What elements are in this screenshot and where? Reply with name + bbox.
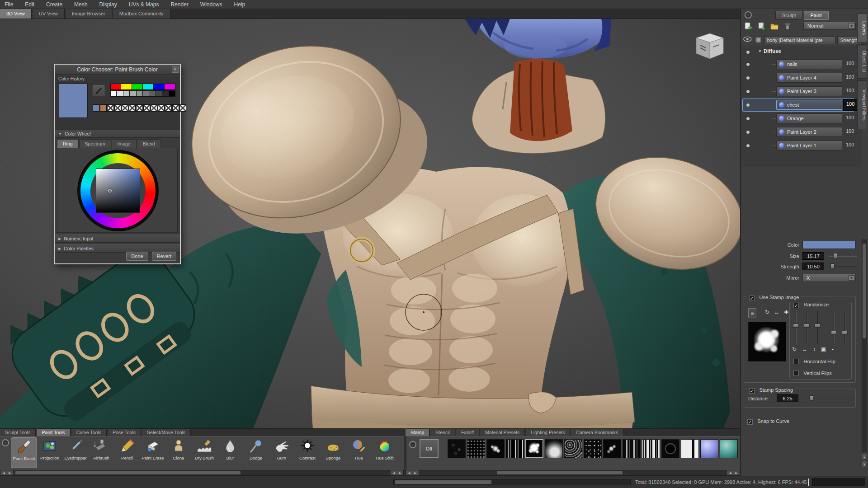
empty-history-swatch[interactable] (129, 104, 136, 112)
color-swatch[interactable] (165, 84, 175, 90)
menu-item-file[interactable]: File (5, 1, 13, 8)
color-wheel-header[interactable]: ▼ Color Wheel (55, 130, 180, 138)
tool-airbrush[interactable]: Airbrush (88, 437, 114, 468)
menu-item-mesh[interactable]: Mesh (74, 1, 87, 8)
stamp-thumbnail-streaks-vertical[interactable] (506, 439, 524, 458)
wheel-tab-blend[interactable]: Blend (137, 139, 161, 148)
scroll-down-icon[interactable]: ▼ (862, 461, 867, 467)
menu-item-windows[interactable]: Windows (200, 1, 222, 8)
tool-dodge[interactable]: Dodge (243, 437, 269, 468)
layer-row-chest[interactable]: chest100+ (741, 99, 862, 111)
revert-button[interactable]: Revert (152, 252, 176, 261)
empty-history-swatch[interactable] (114, 104, 121, 112)
tool-contrast[interactable]: Contrast (294, 437, 321, 468)
layer-visibility-dot[interactable] (746, 144, 750, 147)
stamp-thumbnail-sphere-purple[interactable] (700, 439, 718, 458)
scroll-left-icon[interactable]: ◀ (391, 470, 397, 475)
layer-strength-value[interactable]: 100 (846, 128, 854, 134)
color-wheel-area[interactable] (57, 148, 178, 233)
side-tab-layers[interactable]: Layers (857, 14, 867, 42)
layer-strength-value[interactable]: 100 (846, 115, 854, 120)
stamp-preview-image[interactable] (748, 322, 786, 361)
side-tab-object-list[interactable]: Object List (857, 44, 867, 79)
layer-name-box[interactable]: Orange (776, 113, 842, 123)
layer-row-paint-layer-1[interactable]: Paint Layer 1100 (741, 140, 862, 152)
stamp-spacing-row[interactable]: ✓ Stamp Spacing (747, 385, 795, 394)
tab-uv-view[interactable]: UV View (33, 9, 65, 19)
tab-material-presets[interactable]: Material Presets (480, 429, 525, 436)
color-swatch[interactable] (110, 84, 121, 90)
size-value-field[interactable]: 15.17 (802, 252, 824, 260)
gray-swatch[interactable] (149, 90, 156, 97)
layer-group-diffuse[interactable]: ▼ Diffuse (741, 47, 862, 57)
new-layer-icon[interactable] (744, 22, 753, 31)
history-color-swatch[interactable] (100, 104, 107, 112)
tool-pencil[interactable]: Pencil (114, 437, 140, 468)
tool-burn[interactable]: Burn (269, 437, 295, 468)
scroll-right-icon[interactable]: ▶ (397, 470, 403, 475)
empty-history-swatch[interactable] (122, 104, 128, 112)
collapse-triangle-icon[interactable]: ▼ (758, 49, 762, 53)
gray-swatch[interactable] (143, 90, 149, 97)
stamp-thumbnail-cellular-dark[interactable] (448, 439, 466, 458)
color-picker-marker[interactable] (108, 189, 112, 192)
tool-paint-erase[interactable]: Paint Erase (140, 437, 166, 468)
tab-stencil[interactable]: Stencil (430, 429, 455, 436)
vertical-flip-row[interactable]: Vertical Flips (793, 369, 832, 377)
vertical-flip-checkbox[interactable] (793, 371, 799, 376)
tab-sculpt-tools[interactable]: Sculpt Tools (0, 429, 36, 436)
tool-blur[interactable]: Blur (217, 437, 243, 468)
layer-strength-value[interactable]: 100 (846, 74, 854, 80)
side-tab-viewport-filters[interactable]: Viewport Filters (857, 80, 867, 129)
stamp-thumbnail-splatter-large[interactable] (525, 439, 543, 458)
scroll-left-icon[interactable]: ◀ (406, 470, 412, 475)
layer-name-box[interactable]: nails (776, 59, 842, 69)
strength-value-field[interactable]: 10.50 (802, 263, 824, 270)
stamp-thumbnail-blob-soft[interactable] (545, 439, 563, 458)
stamp-strip-scrollbar[interactable]: ◀ ▶ ◀ ▶ (406, 470, 740, 476)
scroll-left-icon[interactable]: ◀ (727, 470, 733, 475)
stamp-off-button[interactable]: Off (420, 439, 439, 458)
stamp-thumbnail-splatter-small[interactable] (486, 439, 505, 458)
trash-icon[interactable] (783, 22, 792, 31)
stamp-thumbnail-sphere-teal[interactable] (720, 439, 738, 458)
status-scrollbar[interactable] (393, 479, 631, 485)
randomize-slider-5[interactable] (842, 311, 848, 344)
layer-visibility-dot[interactable] (746, 76, 750, 80)
history-color-swatch[interactable] (93, 104, 99, 112)
tool-tray-scrollbar[interactable]: ◀ ▶ ◀ ▶ (0, 470, 404, 476)
wheel-tab-image[interactable]: Image (112, 139, 137, 148)
brush-color-swatch[interactable] (802, 241, 856, 249)
layer-visibility-dot[interactable] (746, 117, 750, 120)
gray-swatch[interactable] (110, 90, 117, 97)
tab-curve-tools[interactable]: Curve Tools (71, 429, 107, 436)
empty-history-swatch[interactable] (151, 104, 157, 112)
empty-history-swatch[interactable] (143, 104, 150, 112)
stamp-spacing-checkbox[interactable]: ✓ (749, 388, 755, 394)
stamp-thumbnail-noise-coarse[interactable] (564, 439, 582, 458)
scroll-right-icon[interactable]: ▶ (733, 470, 740, 475)
strength-slider[interactable] (829, 263, 857, 270)
panel-expander-icon[interactable]: › (745, 11, 752, 19)
gray-swatch[interactable] (156, 90, 162, 97)
color-swatch[interactable] (132, 84, 143, 90)
tab-lighting-presets[interactable]: Lighting Presets (526, 429, 570, 436)
menu-item-create[interactable]: Create (46, 1, 62, 8)
flip-vertical-icon[interactable]: ↕ (813, 346, 816, 352)
tool-hue-shift[interactable]: Hue Shift (372, 437, 398, 468)
solid-square-icon[interactable]: ▪ (831, 346, 833, 352)
gray-swatch[interactable] (130, 90, 136, 97)
empty-history-swatch[interactable] (165, 104, 172, 112)
tab-pose-tools[interactable]: Pose Tools (108, 429, 141, 436)
layer-strength-value[interactable]: 100 (846, 88, 854, 93)
layer-visibility-dot[interactable] (746, 103, 750, 107)
horizontal-flip-checkbox[interactable] (793, 359, 799, 364)
scroll-right-icon[interactable]: ▶ (7, 470, 13, 475)
export-stamp-icon[interactable]: ▣ (821, 346, 826, 352)
scroll-left-icon[interactable]: ◀ (0, 470, 7, 475)
color-chooser-title-bar[interactable]: Color Chooser: Paint Brush Color × (55, 65, 180, 75)
tool-hue[interactable]: Hue (346, 437, 372, 468)
gray-swatch[interactable] (117, 90, 123, 97)
gray-swatch[interactable] (169, 90, 175, 97)
tab-select-move-tools[interactable]: Select/Move Tools (142, 429, 191, 436)
